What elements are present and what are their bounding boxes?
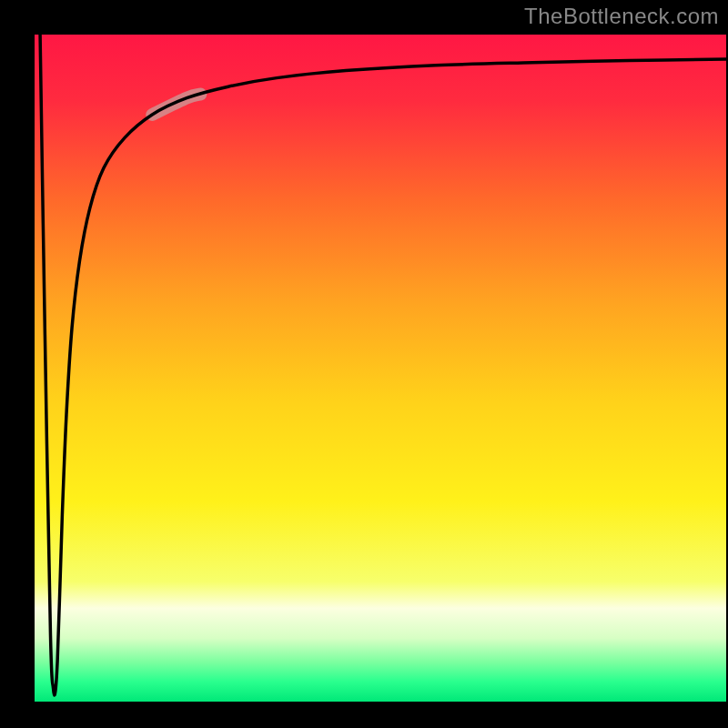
watermark-label: TheBottleneck.com	[524, 4, 719, 29]
frame-bottom	[0, 702, 728, 728]
plot-area	[35, 35, 726, 702]
frame-left	[0, 0, 35, 728]
bottleneck-chart	[0, 0, 728, 728]
chart-stage: TheBottleneck.com	[0, 0, 728, 728]
